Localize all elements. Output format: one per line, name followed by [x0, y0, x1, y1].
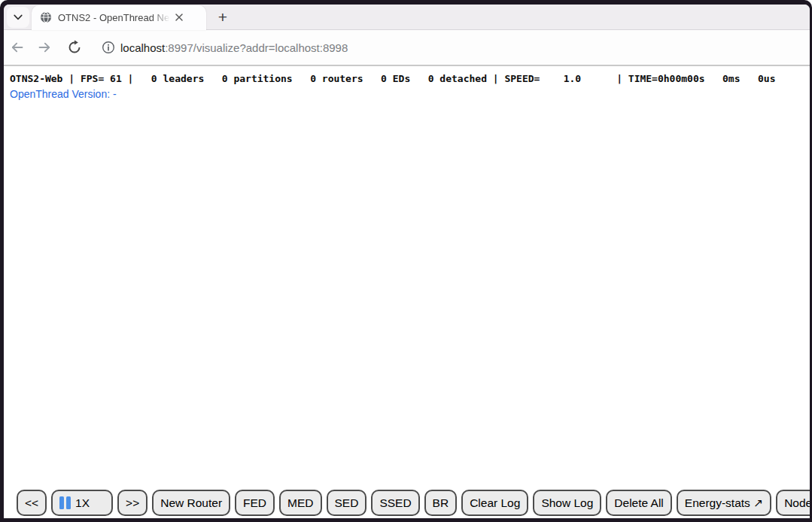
browser-window: OTNS2 - OpenThread Ne +	[0, 0, 812, 522]
globe-favicon-icon	[40, 11, 52, 23]
fed-button[interactable]: FED	[235, 490, 275, 516]
speed-label: 1X	[75, 496, 90, 510]
tab-close-icon[interactable]	[172, 11, 186, 24]
url-text: localhost:8997/visualize?addr=localhost:…	[120, 41, 348, 54]
forward-button[interactable]	[37, 40, 52, 55]
energy-stats-button[interactable]: Energy-stats ↗	[677, 490, 771, 516]
reload-button[interactable]	[67, 40, 82, 55]
ssed-button[interactable]: SSED	[371, 490, 419, 516]
arrow-left-icon	[10, 40, 25, 55]
address-bar[interactable]: localhost:8997/visualize?addr=localhost:…	[102, 41, 348, 54]
new-router-button[interactable]: New Router	[152, 490, 230, 516]
node-stats-button[interactable]: Node-stats ↗	[776, 490, 810, 516]
pause-icon	[59, 496, 71, 509]
info-circle-icon[interactable]	[102, 41, 115, 54]
browser-chrome: OTNS2 - OpenThread Ne +	[4, 5, 810, 518]
url-host: localhost	[120, 41, 165, 54]
new-tab-button[interactable]: +	[213, 8, 233, 27]
tab-strip: OTNS2 - OpenThread Ne +	[4, 5, 810, 30]
chevron-down-icon	[14, 14, 23, 20]
action-bar: << 1X >> New Router FED MED SED SSED BR …	[17, 490, 810, 516]
tab-title: OTNS2 - OpenThread Ne	[58, 12, 172, 23]
refresh-icon	[67, 40, 82, 55]
openthread-version-text: OpenThread Version: -	[10, 88, 810, 100]
med-button[interactable]: MED	[279, 490, 321, 516]
otns-visualizer-page: OTNS2-Web | FPS= 61 | 0 leaders 0 partit…	[4, 66, 810, 518]
clear-log-button[interactable]: Clear Log	[461, 490, 528, 516]
tab-search-button[interactable]	[7, 7, 29, 28]
url-path: :8997/visualize?addr=localhost:8998	[165, 41, 348, 54]
br-button[interactable]: BR	[424, 490, 458, 516]
sed-button[interactable]: SED	[327, 490, 367, 516]
pause-speed-button[interactable]: 1X	[51, 490, 113, 516]
show-log-button[interactable]: Show Log	[533, 490, 601, 516]
tab-otns2[interactable]: OTNS2 - OpenThread Ne	[32, 5, 206, 30]
speed-down-button[interactable]: <<	[17, 490, 47, 516]
status-line: OTNS2-Web | FPS= 61 | 0 leaders 0 partit…	[10, 73, 810, 85]
arrow-right-icon	[37, 40, 52, 55]
back-button[interactable]	[10, 40, 25, 55]
browser-toolbar: localhost:8997/visualize?addr=localhost:…	[4, 30, 810, 66]
delete-all-button[interactable]: Delete All	[606, 490, 671, 516]
speed-up-button[interactable]: >>	[117, 490, 147, 516]
